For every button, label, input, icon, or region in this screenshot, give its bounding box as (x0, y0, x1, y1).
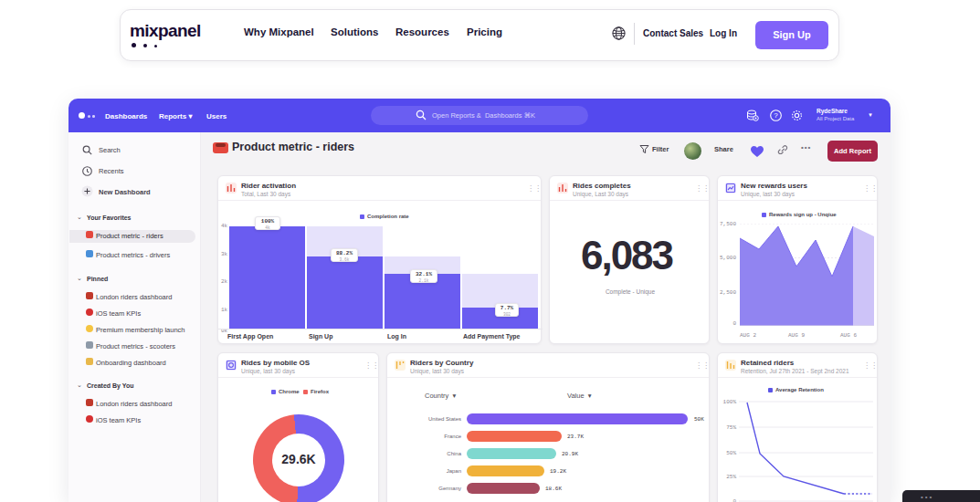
svg-text:?: ? (774, 111, 778, 120)
